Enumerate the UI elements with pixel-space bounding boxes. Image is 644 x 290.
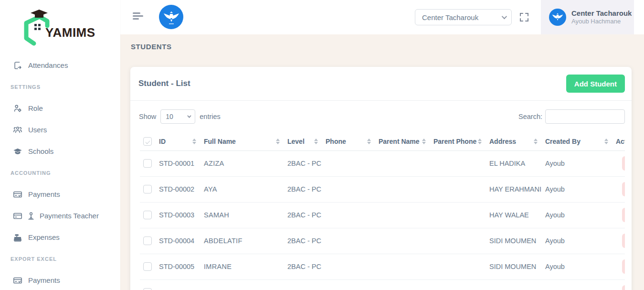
- add-student-button[interactable]: Add Student: [566, 75, 625, 93]
- cell-parent-phone: [433, 279, 489, 290]
- profile-subtitle: Ayoub Hachmane: [571, 18, 632, 25]
- column-header-id[interactable]: ID: [159, 138, 166, 145]
- row-checkbox[interactable]: [143, 211, 152, 219]
- cell-address: HAY WALAE: [489, 202, 545, 228]
- sidebar-item-label: Payments Teacher: [40, 212, 99, 220]
- cell-created-by: Ayoub: [545, 228, 616, 254]
- delete-button[interactable]: [622, 156, 625, 171]
- topbar: Center Tacharouk Center Tacharouk Ayoub …: [120, 0, 644, 34]
- row-checkbox[interactable]: [143, 236, 152, 245]
- cell-address: HAY ERAHMANI: [489, 176, 545, 202]
- sidebar-item-label: Schools: [28, 147, 53, 155]
- table-row: STD-00004 ABDELATIF 2BAC - PC SIDI MOUME…: [140, 228, 625, 254]
- sort-icon[interactable]: [422, 139, 426, 144]
- sidebar-item-expenses[interactable]: Expenses: [0, 226, 120, 248]
- cell-parent-phone: [433, 254, 489, 279]
- cell-full-name: IMRANE: [204, 254, 287, 279]
- delete-button[interactable]: [622, 208, 625, 222]
- table-row: STD-00001 AZIZA 2BAC - PC EL HADIKA Ayou…: [140, 150, 625, 176]
- school-select[interactable]: Center Tacharouk: [415, 9, 512, 25]
- sidebar-item-payments-teacher[interactable]: Payments Teacher: [0, 205, 120, 226]
- cell-level: 2BAC - PC: [287, 228, 326, 254]
- sidebar-nav: Attendances Settings Role Users: [0, 48, 120, 290]
- delete-button[interactable]: [622, 234, 625, 248]
- sort-icon[interactable]: [478, 139, 482, 144]
- sidebar-item-label: Payments: [28, 276, 60, 284]
- teacher-icon: [26, 211, 36, 221]
- row-checkbox[interactable]: [143, 288, 152, 290]
- sidebar-item-role[interactable]: Role: [0, 97, 120, 119]
- menu-icon[interactable]: [133, 12, 144, 22]
- users-icon: [13, 125, 22, 135]
- column-header-address[interactable]: Address: [489, 138, 516, 145]
- sidebar-item-export-payments[interactable]: Payments: [0, 269, 120, 290]
- row-checkbox[interactable]: [143, 159, 152, 168]
- cell-level: 2BAC - PC: [287, 150, 326, 176]
- column-header-full-name[interactable]: Full Name: [204, 138, 236, 145]
- sidebar-item-label: Users: [28, 126, 47, 134]
- school-logo-badge: [159, 5, 183, 29]
- delete-button[interactable]: [622, 259, 625, 274]
- chevron-down-icon: [187, 114, 191, 118]
- fullscreen-icon[interactable]: [519, 12, 529, 22]
- sidebar-item-label: Role: [28, 104, 43, 112]
- cell-parent-phone: [433, 150, 489, 176]
- sidebar-item-users[interactable]: Users: [0, 119, 120, 140]
- sidebar-item-attendances[interactable]: Attendances: [0, 54, 120, 76]
- payments-icon: [13, 276, 22, 285]
- page-size-select[interactable]: 10: [160, 109, 195, 124]
- cell-phone: [326, 279, 379, 290]
- page-size-value: 10: [166, 113, 173, 120]
- row-checkbox[interactable]: [143, 185, 152, 193]
- sort-icon[interactable]: [534, 139, 538, 144]
- select-all-checkbox[interactable]: [143, 137, 152, 146]
- sidebar-section-accounting: Accounting: [0, 162, 120, 183]
- sort-icon[interactable]: [314, 139, 318, 144]
- cell-level: [287, 279, 326, 290]
- column-header-level[interactable]: Level: [287, 138, 305, 145]
- brand-name: YAMIMS: [45, 25, 95, 40]
- cell-address: SIDI MOUMEN: [489, 254, 545, 279]
- search-label: Search:: [518, 113, 542, 120]
- sort-icon[interactable]: [367, 139, 371, 144]
- sidebar-item-schools[interactable]: Schools: [0, 140, 120, 162]
- cell-full-name: [204, 279, 287, 290]
- delete-button[interactable]: [622, 182, 625, 196]
- wings-emblem-icon: [551, 11, 564, 24]
- cell-full-name: AZIZA: [204, 150, 287, 176]
- sort-icon[interactable]: [276, 139, 280, 144]
- column-header-phone[interactable]: Phone: [326, 138, 346, 145]
- table-row: STD-00002 AYA 2BAC - PC HAY ERAHMANI Ayo…: [140, 176, 625, 202]
- cash-register-icon: [13, 233, 22, 242]
- column-header-parent-name[interactable]: Parent Name: [379, 138, 420, 145]
- cell-id: STD-00004: [159, 228, 204, 254]
- avatar: [549, 9, 566, 26]
- app-logo[interactable]: YAMIMS: [0, 0, 120, 48]
- sort-icon[interactable]: [604, 139, 608, 144]
- table-row: STD-00005 IMRANE 2BAC - PC SIDI MOUMEN A…: [140, 254, 625, 279]
- cell-id: STD-00001: [159, 150, 204, 176]
- search-input[interactable]: [545, 109, 625, 124]
- student-list-card: Student - List Add Student Show 10 entri…: [130, 67, 632, 290]
- user-profile[interactable]: Center Tacharouk Ayoub Hachmane: [541, 0, 634, 34]
- sort-icon[interactable]: [192, 139, 196, 144]
- delete-button[interactable]: [622, 285, 625, 290]
- row-checkbox[interactable]: [143, 262, 152, 271]
- column-header-created-by[interactable]: Created By: [545, 138, 581, 145]
- sidebar-item-label: Expenses: [28, 233, 60, 241]
- graduation-cap-icon: [13, 147, 22, 156]
- cell-phone: [326, 202, 379, 228]
- sidebar-item-label: Payments: [28, 190, 60, 198]
- cell-created-by: Ayoub: [545, 202, 616, 228]
- column-header-parent-phone[interactable]: Parent Phone: [433, 138, 476, 145]
- cell-parent-name: [379, 254, 433, 279]
- main-content: STUDENTS Student - List Add Student Show…: [120, 34, 644, 290]
- cell-address: EL HADIKA: [489, 150, 545, 176]
- sidebar-item-payments[interactable]: Payments: [0, 183, 120, 205]
- cell-created-by: Ayoub: [545, 150, 616, 176]
- show-label: Show: [139, 113, 156, 120]
- cell-address: SIDI MOUMEN: [489, 228, 545, 254]
- card-title: Student - List: [138, 79, 190, 88]
- chevron-down-icon: [502, 14, 507, 19]
- wings-emblem-icon: [162, 8, 181, 27]
